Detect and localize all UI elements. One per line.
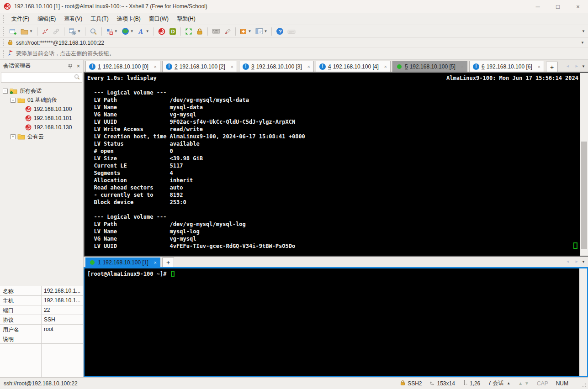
web-browser-icon[interactable]: ▼ [120, 26, 135, 36]
tree-expander-icon[interactable]: − [3, 89, 8, 94]
tab-list-dropdown-icon-bottom[interactable]: ▼ [582, 260, 585, 264]
add-tab-button-bottom[interactable]: + [162, 258, 174, 267]
tab-scroll-right-icon[interactable]: ▸ [575, 63, 578, 69]
menu-item-5[interactable]: 窗口(W) [145, 14, 173, 24]
menu-item-6[interactable]: 帮助(H) [173, 14, 200, 24]
lock-screen-icon[interactable] [195, 27, 205, 36]
tab-close-icon[interactable]: × [307, 64, 310, 69]
address-bar[interactable]: ssh://root:******@192.168.10.100:22 ▼ [0, 37, 588, 47]
tab-close-icon[interactable]: × [154, 260, 157, 265]
tree-expander-icon[interactable]: − [11, 98, 16, 103]
session-count-dropup-icon[interactable]: ▲ [507, 381, 510, 385]
terminal-tab-2[interactable]: !2192.168.10.100 [2]× [162, 61, 237, 72]
color-scheme-icon[interactable]: ▼ [105, 27, 119, 36]
dropdown-caret-icon[interactable]: ▼ [77, 29, 81, 33]
bottom-terminal-scrollbar[interactable] [579, 268, 587, 376]
new-tab-icon[interactable]: ▼ [238, 27, 253, 36]
terminal-tab-6[interactable]: !6192.168.10.100 [6]× [469, 61, 544, 72]
dropdown-caret-icon[interactable]: ▼ [146, 29, 149, 33]
bottom-terminal[interactable]: [root@AlmaLinux9-100 ~]# [85, 268, 579, 376]
menu-item-3[interactable]: 工具(T) [86, 14, 112, 24]
split-view-icon[interactable]: ▼ [254, 27, 269, 36]
watch-command: Every 1.0s: lvdisplay [87, 74, 157, 82]
new-session-icon[interactable] [8, 27, 18, 36]
close-button-icon[interactable]: × [568, 0, 588, 13]
title-bar[interactable]: 192.168.10.100 [1] - root@AlmaLinux9-100… [0, 0, 588, 13]
fullscreen-icon[interactable] [184, 27, 194, 36]
scroll-up-icon[interactable]: ▲ [518, 381, 523, 386]
disconnect-icon[interactable] [40, 27, 50, 36]
find-icon[interactable] [88, 27, 99, 36]
menu-item-4[interactable]: 选项卡(B) [113, 14, 145, 24]
open-session-icon[interactable]: ▼ [19, 27, 34, 36]
top-terminal-scrollbar[interactable] [580, 73, 588, 256]
tree-item-1[interactable]: −01 基础阶段 [2, 95, 83, 105]
status-terminal-size: 153x14 [430, 380, 455, 387]
tree-item-5[interactable]: +公有云 [2, 132, 83, 141]
terminal-tab-1[interactable]: !1192.168.10.100 [0]× [85, 61, 160, 72]
tab-close-icon[interactable]: × [231, 64, 233, 69]
top-terminal[interactable]: Every 1.0s: lvdisplay AlmaLinux9-100: Mo… [85, 73, 580, 256]
status-session-count[interactable]: 7 会话 ▲ [488, 379, 510, 387]
num-lock-indicator: NUM [556, 380, 568, 387]
dropdown-caret-icon[interactable]: ▼ [29, 29, 33, 33]
resize-grip[interactable] [581, 382, 586, 387]
tab-scroll-left-icon[interactable]: ◂ [567, 258, 569, 264]
svg-text:?: ? [279, 28, 282, 34]
menu-bar-grip[interactable] [3, 15, 5, 23]
scrollbar-thumb[interactable] [581, 142, 587, 249]
xftp-icon[interactable]: D [168, 27, 178, 36]
minimize-button-icon[interactable]: ─ [528, 0, 548, 13]
terminal-tab-5[interactable]: 5192.168.10.100 [5]× [392, 61, 467, 72]
tab-close-icon[interactable]: × [384, 64, 387, 69]
property-value [42, 344, 83, 377]
menu-item-1[interactable]: 编辑(E) [33, 14, 60, 24]
dropdown-caret-icon[interactable]: ▼ [248, 29, 252, 33]
tree-item-label: 公有云 [27, 133, 44, 141]
toolbar-grip[interactable] [3, 27, 5, 36]
tab-list-dropdown-icon[interactable]: ▼ [582, 64, 585, 68]
terminal-tab-4[interactable]: !4192.168.10.100 [4]× [316, 61, 391, 72]
tree-item-192.168.10.101[interactable]: 192.168.10.101 [2, 114, 83, 123]
scroll-down-icon[interactable]: ▼ [524, 381, 529, 386]
menu-item-0[interactable]: 文件(F) [7, 14, 33, 24]
pin-panel-icon[interactable] [68, 63, 73, 69]
reconnect-icon[interactable] [51, 27, 61, 36]
terminal-tab-1[interactable]: 1192.168.10.100 [1]× [85, 258, 160, 267]
dropdown-caret-icon[interactable]: ▼ [264, 29, 268, 33]
help-icon[interactable]: ? [275, 26, 285, 36]
virtual-keyboard-icon[interactable] [211, 27, 222, 36]
tab-host-label: 192.168.10.100 [1] [103, 259, 148, 266]
address-bar-grip[interactable] [3, 39, 5, 46]
dropdown-caret-icon[interactable]: ▼ [130, 29, 134, 33]
terminal-tab-3[interactable]: !3192.168.10.100 [3]× [239, 61, 314, 72]
dropdown-caret-icon[interactable]: ▼ [114, 29, 118, 33]
tab-close-icon[interactable]: × [461, 64, 464, 69]
tab-close-icon[interactable]: × [538, 64, 540, 69]
font-icon[interactable]: A▼ [136, 27, 151, 36]
notification-bar-grip[interactable] [3, 50, 5, 58]
tree-expander-icon[interactable]: + [11, 134, 16, 139]
address-url[interactable]: ssh://root:******@192.168.10.100:22 [16, 40, 104, 46]
xshell-icon[interactable] [157, 27, 167, 36]
tree-item-192.168.10.130[interactable]: 192.168.10.130 [2, 123, 83, 132]
session-search-input[interactable] [3, 74, 74, 81]
toolbar-overflow-icon[interactable]: ▼ [582, 29, 585, 33]
session-properties-icon[interactable]: ▼ [67, 27, 82, 36]
compose-bar-icon[interactable] [286, 27, 297, 36]
maximize-button-icon[interactable]: □ [548, 0, 568, 13]
tab-scroll-right-icon[interactable]: ▸ [575, 258, 578, 264]
menu-item-2[interactable]: 查看(V) [60, 14, 86, 24]
address-dropdown-icon[interactable]: ▼ [581, 41, 584, 45]
add-tab-button[interactable]: + [546, 62, 558, 72]
session-search-box[interactable] [1, 73, 82, 83]
close-panel-icon[interactable]: × [77, 63, 80, 69]
tree-item-192.168.10.100[interactable]: 192.168.10.100 [2, 105, 83, 114]
status-scroll-arrows: ▲ ▼ [518, 381, 529, 386]
session-icon [25, 106, 32, 112]
tab-close-icon[interactable]: × [154, 64, 157, 69]
highlight-pen-icon[interactable] [222, 27, 233, 36]
tree-item-0[interactable]: −所有会话 [2, 86, 83, 95]
tab-scroll-left-icon[interactable]: ◂ [567, 63, 569, 69]
xshell-app-icon [4, 3, 11, 10]
